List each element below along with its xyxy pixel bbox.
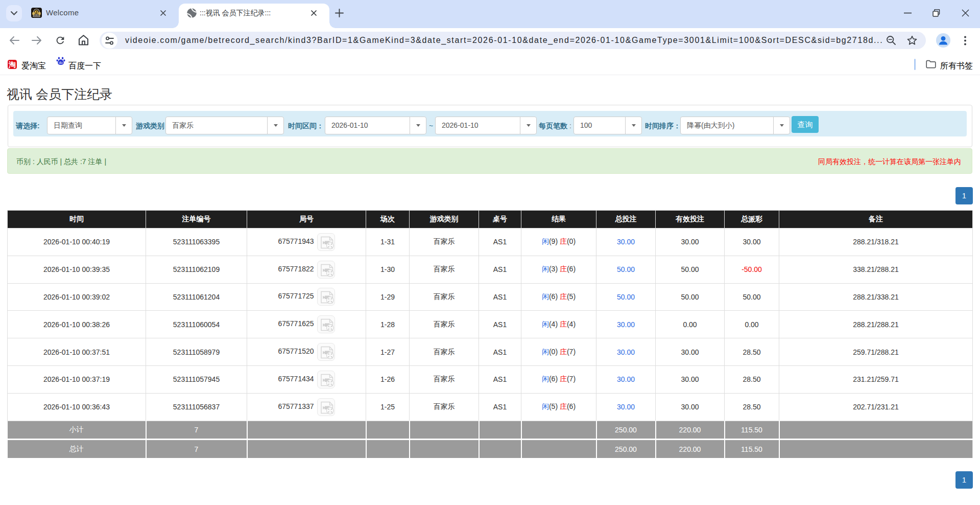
svg-text:du: du	[59, 61, 63, 64]
